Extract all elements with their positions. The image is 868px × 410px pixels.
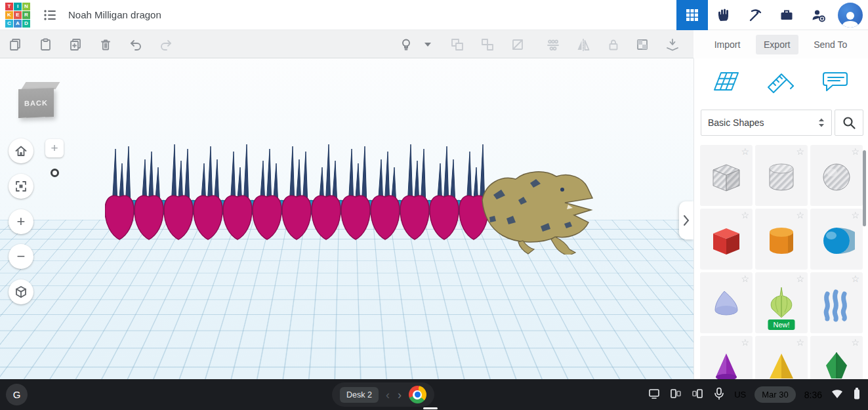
paste-button[interactable] bbox=[34, 33, 56, 56]
favorite-star-icon[interactable]: ☆ bbox=[741, 337, 749, 348]
show-all-bulb-button[interactable] bbox=[395, 33, 417, 56]
export-button[interactable]: Export bbox=[756, 35, 798, 54]
collapse-panel-tab[interactable] bbox=[679, 201, 693, 239]
add-view-button[interactable]: + bbox=[45, 139, 64, 157]
edit-toolbar: Import Export Send To bbox=[0, 30, 868, 58]
shape-tile-box[interactable]: ☆ bbox=[700, 209, 753, 270]
mirror-flip-button[interactable] bbox=[572, 33, 594, 56]
favorite-star-icon[interactable]: ☆ bbox=[851, 274, 859, 284]
dragon-body-segments[interactable] bbox=[105, 195, 488, 239]
ruler-tool-icon[interactable] bbox=[764, 66, 799, 96]
desk-next-icon[interactable]: › bbox=[397, 389, 402, 401]
shape-tile-cylinder[interactable]: ☆ bbox=[755, 209, 808, 270]
settings-button[interactable]: Settings bbox=[628, 325, 687, 344]
notes-tool-icon[interactable] bbox=[818, 66, 854, 96]
microphone-icon[interactable] bbox=[713, 386, 726, 403]
logo-tile: K bbox=[5, 11, 13, 19]
desk-prev-icon[interactable]: ‹ bbox=[385, 389, 390, 401]
search-shapes-button[interactable] bbox=[835, 110, 863, 136]
home-view-button[interactable] bbox=[9, 138, 33, 163]
design-menu-icon[interactable] bbox=[41, 6, 59, 24]
shape-tile-sphere-hole[interactable]: ☆ bbox=[810, 145, 863, 206]
group-button[interactable] bbox=[446, 33, 468, 56]
shape-tile-box-hole[interactable]: ☆ bbox=[700, 145, 753, 206]
transparency-button[interactable] bbox=[631, 33, 653, 56]
logo-tile: N bbox=[22, 3, 30, 10]
shape-tile-cylinder-hole[interactable]: ☆ bbox=[755, 145, 808, 206]
favorite-star-icon[interactable]: ☆ bbox=[796, 274, 804, 284]
split-right-icon[interactable] bbox=[691, 387, 704, 402]
orbit-dot-handle[interactable] bbox=[51, 169, 59, 177]
invite-collaborator-button[interactable] bbox=[802, 0, 834, 30]
delete-button[interactable] bbox=[94, 33, 117, 56]
tinkercad-logo[interactable]: T I N K E R C A D bbox=[5, 3, 30, 28]
tools-pickaxe-icon[interactable] bbox=[739, 0, 771, 30]
battery-status-icon[interactable] bbox=[852, 386, 861, 403]
favorite-star-icon[interactable]: ☆ bbox=[851, 210, 859, 220]
grouping-tools bbox=[446, 30, 529, 58]
zoom-out-button[interactable]: − bbox=[9, 244, 33, 269]
wifi-status-icon[interactable] bbox=[831, 388, 844, 401]
clock[interactable]: 8:36 bbox=[804, 390, 822, 400]
history-group bbox=[125, 30, 177, 58]
split-left-icon[interactable] bbox=[669, 387, 682, 402]
view-cube[interactable]: BACK bbox=[17, 81, 58, 119]
desk-button[interactable]: Desk 2 bbox=[340, 387, 379, 403]
duplicate-button[interactable] bbox=[64, 33, 87, 56]
panel-tool-icons bbox=[694, 58, 868, 96]
copy-button[interactable] bbox=[4, 33, 26, 56]
dragon-head[interactable] bbox=[482, 172, 592, 255]
perspective-toggle-button[interactable] bbox=[9, 279, 33, 304]
orbit-navigation-circle[interactable] bbox=[5, 310, 70, 375]
favorite-star-icon[interactable]: ☆ bbox=[796, 146, 804, 157]
dragon-model[interactable] bbox=[105, 140, 594, 255]
favorite-star-icon[interactable]: ☆ bbox=[741, 146, 749, 157]
active-app-indicator bbox=[423, 407, 438, 409]
launcher-button[interactable]: G bbox=[6, 384, 28, 405]
color-button[interactable] bbox=[506, 33, 529, 56]
shape-tile-sphere[interactable]: ☆ bbox=[810, 209, 863, 270]
hand-tool-icon[interactable] bbox=[708, 0, 739, 30]
io-buttons: Import Export Send To bbox=[693, 30, 868, 58]
undo-button[interactable] bbox=[125, 33, 147, 56]
shape-tile-top[interactable]: ☆ New! bbox=[755, 272, 808, 333]
shape-tile-cone[interactable]: ☆ bbox=[700, 336, 753, 379]
snap-grid-dropdown[interactable]: 1.0 mm ▾ bbox=[625, 351, 687, 370]
ungroup-button[interactable] bbox=[476, 33, 499, 56]
shape-tile-polyhedron[interactable]: ☆ bbox=[810, 336, 863, 379]
bulb-dropdown-caret[interactable] bbox=[421, 33, 434, 56]
user-avatar[interactable] bbox=[838, 3, 863, 28]
shape-tile-pyramid[interactable]: ☆ bbox=[755, 336, 808, 379]
docked-device-icon[interactable] bbox=[648, 387, 661, 402]
favorite-star-icon[interactable]: ☆ bbox=[851, 337, 859, 348]
date-button[interactable]: Mar 30 bbox=[754, 386, 795, 403]
keyboard-layout-button[interactable]: US bbox=[734, 390, 746, 400]
header-actions bbox=[676, 0, 868, 30]
drop-to-workplane-button[interactable] bbox=[661, 33, 684, 56]
align-button[interactable] bbox=[542, 33, 564, 56]
panel-scrollbar[interactable] bbox=[863, 150, 866, 226]
dashboard-grid-button[interactable] bbox=[676, 0, 708, 30]
logo-tile: A bbox=[14, 20, 22, 28]
favorite-star-icon[interactable]: ☆ bbox=[796, 337, 804, 348]
lock-button[interactable] bbox=[602, 33, 625, 56]
viewport-canvas[interactable]: BACK + + − bbox=[0, 58, 693, 379]
redo-button[interactable] bbox=[155, 33, 177, 56]
shape-tile-scribble[interactable]: ☆ bbox=[810, 272, 863, 333]
favorite-star-icon[interactable]: ☆ bbox=[741, 274, 749, 284]
zoom-in-button[interactable]: + bbox=[9, 209, 33, 234]
shape-tile-paraboloid[interactable]: ☆ bbox=[700, 272, 753, 333]
shape-category-dropdown[interactable]: Basic Shapes bbox=[701, 110, 832, 136]
plus-glyph: + bbox=[17, 215, 26, 229]
send-to-button[interactable]: Send To bbox=[806, 35, 855, 54]
import-button[interactable]: Import bbox=[707, 35, 749, 54]
favorite-star-icon[interactable]: ☆ bbox=[741, 210, 749, 220]
view-cube-front-face[interactable]: BACK bbox=[18, 88, 54, 118]
design-title[interactable]: Noah Milligan dragon bbox=[68, 9, 161, 20]
fit-view-button[interactable] bbox=[9, 174, 33, 199]
favorite-star-icon[interactable]: ☆ bbox=[851, 146, 859, 157]
chrome-browser-icon[interactable] bbox=[409, 386, 426, 403]
briefcase-icon[interactable] bbox=[771, 0, 802, 30]
workplane-tool-icon[interactable] bbox=[709, 66, 744, 96]
favorite-star-icon[interactable]: ☆ bbox=[796, 210, 804, 220]
